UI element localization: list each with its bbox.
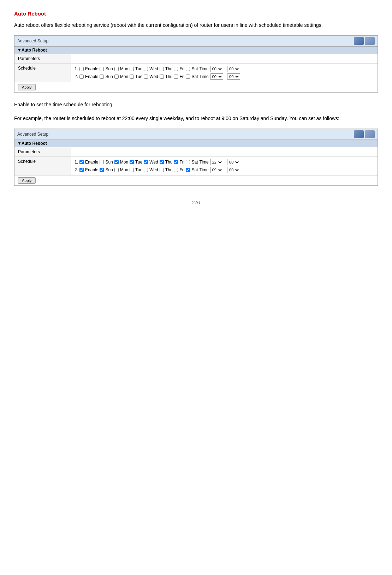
panel-1: Advanced Setup ▼Auto Reboot Parameters S… <box>14 35 378 93</box>
enable-label-2-2: Enable <box>85 167 98 172</box>
hour-select-1-1[interactable]: 00010203 04050607 08091011 12131415 1617… <box>210 66 223 72</box>
sun-label-2-1: Sun <box>105 160 113 165</box>
wed-label-1-1: Wed <box>149 66 158 71</box>
panel-1-header-icons <box>354 37 375 45</box>
description-2: Enable to set the time schedule for rebo… <box>14 101 378 108</box>
thu-checkbox-1-1[interactable] <box>160 67 164 71</box>
min-select-1-1[interactable]: 00153045 <box>227 66 240 72</box>
fri-label-2-1: Fri <box>179 160 184 165</box>
tue-label-2-2: Tue <box>135 167 142 172</box>
sat-checkbox-1-1[interactable] <box>186 67 190 71</box>
schedule-content-2: 1. Enable Sun Mon Tue Wed Thu Fri Sat Ti… <box>71 157 378 175</box>
sat-checkbox-1-2[interactable] <box>186 75 190 79</box>
colon-2-2: : <box>225 167 226 172</box>
auto-reboot-section-1: ▼Auto Reboot <box>14 47 378 54</box>
description-1: Auto reboot offers flexible rebooting se… <box>14 22 378 29</box>
apply-row-2: Apply <box>14 176 378 185</box>
row2-num-1: 2. <box>75 74 78 79</box>
wed-checkbox-1-2[interactable] <box>144 75 148 79</box>
tue-label-1-1: Tue <box>135 66 142 71</box>
mon-checkbox-1-1[interactable] <box>114 67 119 71</box>
tue-checkbox-1-2[interactable] <box>130 75 134 79</box>
panel-2: Advanced Setup ▼Auto Reboot Parameters S… <box>14 129 378 186</box>
fri-label-1-1: Fri <box>179 66 184 71</box>
enable-label-1-2: Enable <box>85 74 98 79</box>
wed-checkbox-2-1[interactable] <box>144 160 148 164</box>
sat-label-2-1: Sat <box>191 160 198 165</box>
tue-checkbox-1-1[interactable] <box>130 67 134 71</box>
enable-checkbox-1-1[interactable] <box>79 67 84 71</box>
enable-checkbox-2-1[interactable] <box>79 160 84 164</box>
thu-checkbox-1-2[interactable] <box>160 75 164 79</box>
mon-checkbox-1-2[interactable] <box>114 75 119 79</box>
sun-checkbox-1-2[interactable] <box>100 75 104 79</box>
sat-label-1-1: Sat <box>191 66 198 71</box>
panel-2-header-icons <box>354 130 375 138</box>
fri-checkbox-2-1[interactable] <box>174 160 178 164</box>
header-icon-2b <box>365 130 375 138</box>
description-3: For example, the router is scheduled to … <box>14 115 378 122</box>
panel-2-header: Advanced Setup <box>14 129 378 140</box>
colon-2-1: : <box>225 160 226 165</box>
sun-checkbox-2-1[interactable] <box>100 160 104 164</box>
time-label-1-2: Time <box>200 74 209 79</box>
min-select-2-1[interactable]: 00153045 <box>227 159 240 165</box>
schedule-content-1: 1. Enable Sun Mon Tue Wed Thu Fri Sat Ti… <box>71 64 378 82</box>
hour-select-1-2[interactable]: 00010203 04050607 08091011 12131415 1617… <box>210 73 223 80</box>
sun-checkbox-2-2[interactable] <box>100 168 104 172</box>
thu-label-2-2: Thu <box>165 167 173 172</box>
schedule-row-1-1: 1. Enable Sun Mon Tue Wed Thu Fri Sat Ti… <box>75 65 374 73</box>
tue-label-1-2: Tue <box>135 74 142 79</box>
schedule-label-1: Schedule <box>14 64 71 82</box>
sat-checkbox-2-1[interactable] <box>186 160 190 164</box>
mon-checkbox-2-1[interactable] <box>114 160 119 164</box>
wed-label-2-2: Wed <box>149 167 158 172</box>
schedule-row-2-1: 1. Enable Sun Mon Tue Wed Thu Fri Sat Ti… <box>75 158 374 166</box>
apply-button-2[interactable]: Apply <box>18 177 36 184</box>
tue-checkbox-2-2[interactable] <box>130 168 134 172</box>
params-label-1: Parameters <box>14 54 71 63</box>
schedule-row-2-2: 2. Enable Sun Mon Tue Wed Thu Fri Sat Ti… <box>75 166 374 174</box>
enable-label-1-1: Enable <box>85 66 98 71</box>
wed-label-2-1: Wed <box>149 160 158 165</box>
min-select-2-2[interactable]: 00153045 <box>227 167 240 173</box>
header-icon-2a <box>354 130 364 138</box>
tue-checkbox-2-1[interactable] <box>130 160 134 164</box>
auto-reboot-section-2: ▼Auto Reboot <box>14 140 378 147</box>
time-label-2-2: Time <box>200 167 209 172</box>
apply-button-1[interactable]: Apply <box>18 84 36 90</box>
sun-checkbox-1-1[interactable] <box>100 67 104 71</box>
fri-checkbox-2-2[interactable] <box>174 168 178 172</box>
page-title: Auto Reboot <box>14 11 378 17</box>
enable-label-2-1: Enable <box>85 160 98 165</box>
sat-checkbox-2-2[interactable] <box>186 168 190 172</box>
fri-checkbox-1-1[interactable] <box>174 67 178 71</box>
hour-select-2-2[interactable]: 00010203 04050607 08091011 12131415 1617… <box>210 167 223 173</box>
enable-checkbox-1-2[interactable] <box>79 75 84 79</box>
schedule-row-1-2: 2. Enable Sun Mon Tue Wed Thu Fri Sat Ti… <box>75 73 374 81</box>
schedule-row-container-1: Schedule 1. Enable Sun Mon Tue Wed Thu F… <box>14 64 378 82</box>
colon-1-1: : <box>225 66 226 71</box>
params-content-2 <box>71 147 378 156</box>
fri-checkbox-1-2[interactable] <box>174 75 178 79</box>
schedule-label-2: Schedule <box>14 157 71 175</box>
wed-checkbox-1-1[interactable] <box>144 67 148 71</box>
wed-checkbox-2-2[interactable] <box>144 168 148 172</box>
sun-label-2-2: Sun <box>105 167 113 172</box>
params-row-2: Parameters <box>14 147 378 157</box>
enable-checkbox-2-2[interactable] <box>79 168 84 172</box>
thu-checkbox-2-1[interactable] <box>160 160 164 164</box>
mon-checkbox-2-2[interactable] <box>114 168 119 172</box>
thu-checkbox-2-2[interactable] <box>160 168 164 172</box>
tue-label-2-1: Tue <box>135 160 142 165</box>
min-select-1-2[interactable]: 00153045 <box>227 73 240 80</box>
fri-label-1-2: Fri <box>179 74 184 79</box>
panel-2-header-left: Advanced Setup <box>17 132 48 137</box>
sat-label-2-2: Sat <box>191 167 198 172</box>
header-icon-1a <box>354 37 364 45</box>
params-content-1 <box>71 54 378 63</box>
hour-select-2-1[interactable]: 00010203 04050607 08091011 12131415 1617… <box>210 159 223 165</box>
row1-num-1: 1. <box>75 66 78 71</box>
sat-label-1-2: Sat <box>191 74 198 79</box>
row1-num-2: 1. <box>75 160 78 165</box>
